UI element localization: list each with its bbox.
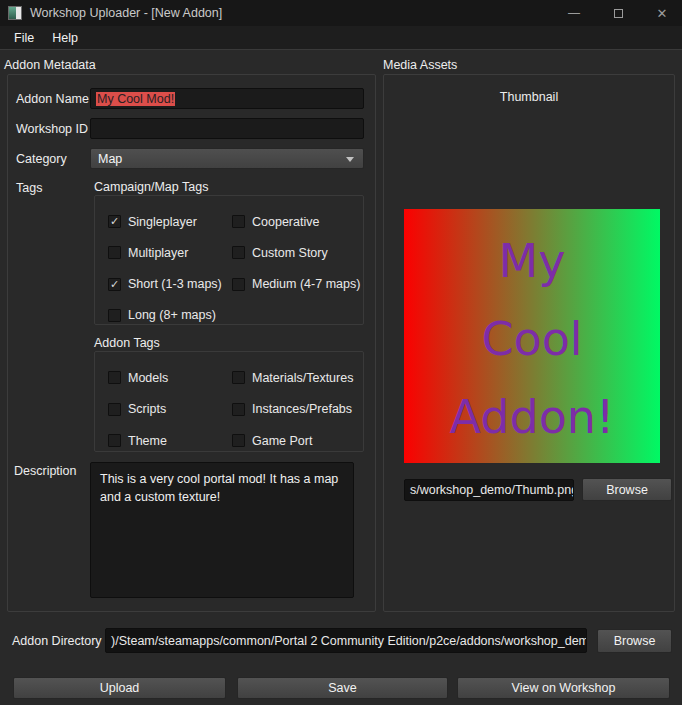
- checkbox-item[interactable]: ✓Singleplayer: [108, 214, 232, 229]
- checkbox-checked[interactable]: ✓: [108, 215, 121, 228]
- menu-file[interactable]: File: [5, 26, 43, 50]
- thumbnail-line: Cool: [481, 300, 582, 378]
- category-label: Category: [16, 152, 67, 166]
- checkbox-unchecked[interactable]: [232, 371, 245, 384]
- maximize-icon: [614, 9, 623, 18]
- addon-directory-input[interactable]: )/Steam/steamapps/common/Portal 2 Commun…: [105, 628, 587, 653]
- thumbnail-line: Addon!: [450, 378, 615, 456]
- thumbnail-preview: My Cool Addon!: [404, 209, 660, 463]
- checkbox-item[interactable]: Scripts: [108, 402, 232, 417]
- thumbnail-browse-button[interactable]: Browse: [582, 478, 672, 501]
- checkbox-label: Singleplayer: [128, 215, 197, 229]
- minimize-button[interactable]: —: [552, 0, 596, 26]
- addon-metadata-section-label: Addon Metadata: [4, 58, 96, 72]
- checkbox-item[interactable]: Materials/Textures: [232, 370, 363, 385]
- checkbox-unchecked[interactable]: [108, 246, 121, 259]
- checkbox-item[interactable]: Game Port: [232, 433, 363, 448]
- description-label: Description: [14, 464, 77, 478]
- workshop-uploader-window: Workshop Uploader - [New Addon] — ✕ File…: [0, 0, 682, 705]
- checkbox-item[interactable]: Theme: [108, 433, 232, 448]
- checkbox-unchecked[interactable]: [232, 434, 245, 447]
- checkbox-label: Cooperative: [252, 215, 319, 229]
- menu-bar: File Help: [0, 26, 682, 50]
- workshop-id-label: Workshop ID: [16, 122, 88, 136]
- close-icon: ✕: [657, 6, 668, 21]
- minimize-icon: —: [568, 6, 580, 20]
- checkbox-item[interactable]: Long (8+ maps): [108, 308, 232, 323]
- checkbox-unchecked[interactable]: [232, 215, 245, 228]
- checkbox-unchecked[interactable]: [108, 371, 121, 384]
- checkbox-unchecked[interactable]: [232, 278, 245, 291]
- thumbnail-path-value: s/workshop_demo/Thumb.png: [410, 483, 574, 497]
- thumbnail-path-input[interactable]: s/workshop_demo/Thumb.png: [404, 479, 574, 501]
- category-selected-value: Map: [98, 152, 122, 166]
- checkbox-label: Medium (4-7 maps): [252, 277, 360, 291]
- checkbox-label: Short (1-3 maps): [128, 277, 222, 291]
- checkbox-item[interactable]: Models: [108, 370, 232, 385]
- addon-directory-label: Addon Directory: [12, 634, 102, 648]
- menu-help[interactable]: Help: [43, 26, 87, 50]
- checkbox-unchecked[interactable]: [108, 434, 121, 447]
- checkbox-checked[interactable]: ✓: [108, 278, 121, 291]
- checkbox-label: Scripts: [128, 402, 166, 416]
- tags-label: Tags: [16, 181, 42, 195]
- media-assets-section-label: Media Assets: [383, 58, 457, 72]
- window-controls: — ✕: [552, 0, 682, 26]
- checkbox-item[interactable]: Multiplayer: [108, 245, 232, 260]
- campaign-map-tags-groupbox: ✓SingleplayerCooperativeMultiplayerCusto…: [94, 195, 364, 325]
- dropdown-arrow-icon: [346, 157, 354, 162]
- category-dropdown[interactable]: Map: [90, 148, 364, 169]
- addon-name-input[interactable]: My Cool Mod!: [90, 88, 364, 109]
- checkbox-unchecked[interactable]: [108, 403, 121, 416]
- thumbnail-line: My: [499, 222, 566, 300]
- checkbox-label: Multiplayer: [128, 246, 188, 260]
- maximize-button[interactable]: [596, 0, 640, 26]
- checkbox-label: Custom Story: [252, 246, 328, 260]
- checkbox-label: Long (8+ maps): [128, 308, 216, 322]
- close-button[interactable]: ✕: [640, 0, 682, 26]
- addon-directory-value: )/Steam/steamapps/common/Portal 2 Commun…: [111, 634, 587, 648]
- addon-tags-label: Addon Tags: [94, 336, 160, 350]
- upload-button[interactable]: Upload: [13, 677, 226, 699]
- checkbox-label: Game Port: [252, 434, 312, 448]
- checkbox-label: Theme: [128, 434, 167, 448]
- addon-name-selected-text: My Cool Mod!: [96, 92, 175, 106]
- checkbox-unchecked[interactable]: [232, 246, 245, 259]
- campaign-map-tags-label: Campaign/Map Tags: [94, 180, 208, 194]
- checkbox-item[interactable]: Medium (4-7 maps): [232, 277, 363, 292]
- checkbox-item[interactable]: Cooperative: [232, 214, 363, 229]
- checkbox-label: Models: [128, 371, 168, 385]
- window-title: Workshop Uploader - [New Addon]: [30, 0, 222, 26]
- checkbox-item[interactable]: Custom Story: [232, 245, 363, 260]
- checkbox-unchecked[interactable]: [108, 309, 121, 322]
- app-icon: [8, 6, 22, 20]
- addon-tags-groupbox: ModelsMaterials/TexturesScriptsInstances…: [94, 351, 364, 452]
- checkbox-label: Materials/Textures: [252, 371, 353, 385]
- workshop-id-input[interactable]: [90, 118, 364, 139]
- addon-name-label: Addon Name: [16, 92, 89, 106]
- view-on-workshop-button[interactable]: View on Workshop: [457, 677, 670, 699]
- checkbox-unchecked[interactable]: [232, 403, 245, 416]
- addon-directory-browse-button[interactable]: Browse: [597, 629, 672, 653]
- description-value: This is a very cool portal mod! It has a…: [100, 472, 338, 504]
- save-button[interactable]: Save: [237, 677, 448, 699]
- checkbox-label: Instances/Prefabs: [252, 402, 352, 416]
- description-textarea[interactable]: This is a very cool portal mod! It has a…: [90, 462, 354, 598]
- checkbox-item[interactable]: Instances/Prefabs: [232, 402, 363, 417]
- title-bar: Workshop Uploader - [New Addon] — ✕: [0, 0, 682, 26]
- checkbox-item[interactable]: ✓Short (1-3 maps): [108, 277, 232, 292]
- thumbnail-label: Thumbnail: [383, 90, 675, 104]
